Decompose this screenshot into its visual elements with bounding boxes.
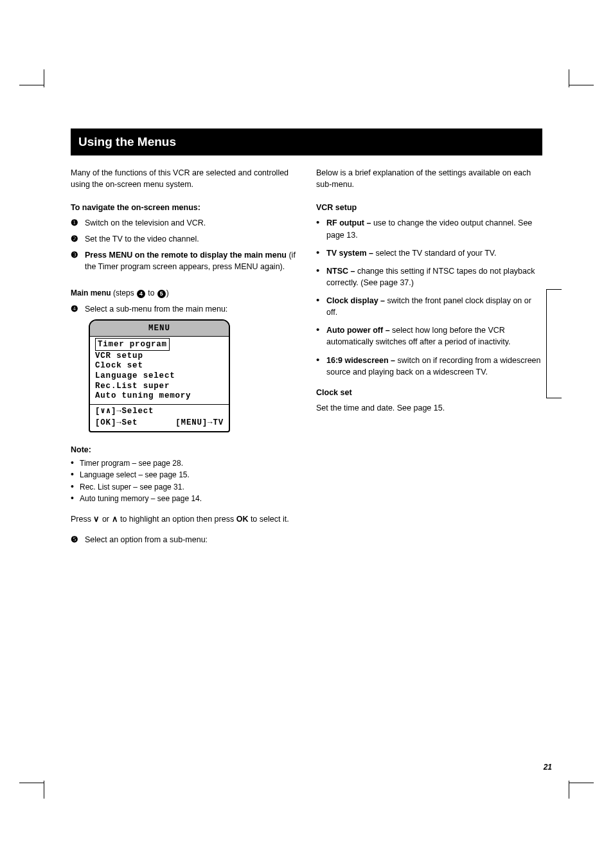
nav-instruction: Press ∨ or ∧ to highlight an option then…: [71, 513, 297, 525]
setting-item: RF output – use to change the video outp…: [316, 217, 542, 240]
crop-mark: [19, 69, 51, 102]
step-number: ❺: [71, 534, 85, 546]
note-block: Note: Timer program – see page 28. Langu…: [71, 444, 297, 505]
step-text: Press MENU on the remote to display the …: [85, 251, 289, 260]
right-intro: Below is a brief explanation of the sett…: [316, 167, 542, 190]
osd-hint: [MENU]→TV: [175, 417, 224, 429]
crop-mark: [562, 69, 594, 102]
step-4: ❹ Select a sub-menu from the main menu:: [71, 303, 297, 315]
osd-item: VCR setup: [95, 351, 224, 362]
setting-item: Auto power off – select how long before …: [316, 324, 542, 348]
section-heading: To navigate the on-screen menus:: [71, 202, 297, 213]
section-tab: [546, 289, 562, 398]
step-number: ❷: [71, 233, 85, 245]
osd-menu: MENU Timer program VCR setup Clock set L…: [89, 319, 230, 432]
step-number: ❶: [71, 217, 85, 229]
osd-title: MENU: [90, 321, 229, 337]
figure-caption: Main menu (steps 4 to 5): [71, 288, 297, 299]
clock-set-body: Set the time and date. See page 15.: [316, 402, 542, 414]
setting-item: TV system – select the TV standard of yo…: [316, 247, 542, 259]
osd-selected-item: Timer program: [95, 338, 170, 351]
page-title: Using the Menus: [71, 128, 542, 155]
step-5: ❺ Select an option from a sub-menu:: [71, 534, 297, 546]
note-item: Auto tuning memory – see page 14.: [71, 493, 297, 504]
note-item: Rec. List super – see page 31.: [71, 482, 297, 493]
step-number: ❹: [71, 303, 85, 315]
step-2: ❷ Set the TV to the video channel.: [71, 233, 297, 245]
setting-item: NTSC – change this setting if NTSC tapes…: [316, 265, 542, 288]
osd-hint: [∨∧]→Select: [95, 407, 224, 417]
note-item: Timer program – see page 28.: [71, 458, 297, 469]
step-1: ❶ Switch on the television and VCR.: [71, 217, 297, 229]
note-item: Language select – see page 15.: [71, 470, 297, 481]
page-number: 21: [544, 763, 552, 772]
up-arrow-icon: ∧: [112, 515, 118, 524]
circled-5-icon: 5: [157, 290, 166, 298]
circled-4-icon: 4: [137, 290, 145, 298]
setting-item: 16:9 widescreen – switch on if recording…: [316, 355, 542, 378]
setting-item: Clock display – switch the front panel c…: [316, 295, 542, 318]
osd-item: Language select: [95, 371, 224, 382]
step-text: Select a sub-menu from the main menu:: [85, 303, 297, 315]
note-heading: Note:: [71, 444, 297, 456]
down-arrow-icon: ∨: [93, 515, 100, 524]
osd-item: Rec.List super: [95, 382, 224, 392]
intro-text: Many of the functions of this VCR are se…: [71, 167, 297, 190]
step-3: ❸ Press MENU on the remote to display th…: [71, 249, 297, 272]
crop-mark: [562, 766, 594, 799]
submenu-heading: VCR setup: [316, 202, 542, 213]
osd-hint: [OK]→Set: [95, 417, 138, 429]
crop-mark: [19, 766, 51, 799]
step-text: Switch on the television and VCR.: [85, 217, 297, 229]
osd-item: Clock set: [95, 361, 224, 371]
osd-item: Auto tuning memory: [95, 391, 224, 402]
step-text: Set the TV to the video channel.: [85, 233, 297, 245]
step-number: ❸: [71, 249, 85, 272]
step-text: Select an option from a sub-menu:: [85, 534, 297, 546]
submenu-heading: Clock set: [316, 387, 542, 398]
